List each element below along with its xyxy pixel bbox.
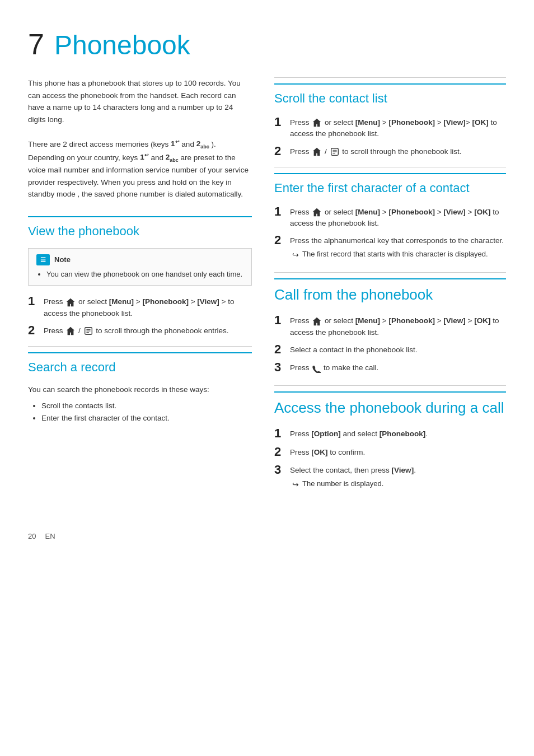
note-items: You can view the phonebook on one handse… <box>36 269 243 280</box>
access-call-title: Access the phonebook during a call <box>274 391 506 419</box>
step-item: 1 Press or select [Menu] > [Phonebook] >… <box>274 115 506 140</box>
intro-text: This phone has a phonebook that stores u… <box>28 77 252 200</box>
step-item: 2 Press [OK] to confirm. <box>274 445 506 459</box>
access-call-steps: 1 Press [Option] and select [Phonebook].… <box>274 427 506 491</box>
note-item: You can view the phonebook on one handse… <box>46 269 243 280</box>
enter-first-char-section: Enter the first character of a contact 1… <box>274 167 506 262</box>
page-title: 7 Phonebook <box>28 22 506 66</box>
right-column: Scroll the contact list 1 Press or selec… <box>274 77 506 497</box>
access-during-call-section: Access the phonebook during a call 1 Pre… <box>274 385 506 491</box>
call-phonebook-title: Call from the phonebook <box>274 278 506 306</box>
search-record-title: Search a record <box>28 352 252 376</box>
step-item: 3 Press to make the call. <box>274 361 506 374</box>
enter-first-char-steps: 1 Press or select [Menu] > [Phonebook] >… <box>274 205 506 262</box>
left-column: This phone has a phonebook that stores u… <box>28 77 252 497</box>
step-result: ↪ The number is displayed. <box>290 478 416 491</box>
call-from-phonebook-section: Call from the phonebook 1 Press or selec… <box>274 272 506 374</box>
scroll-contact-title: Scroll the contact list <box>274 83 506 108</box>
view-phonebook-steps: 1 Press or select [Menu] > [Phonebook] >… <box>28 295 252 337</box>
step-item: 1 Press or select [Menu] > [Phonebook] >… <box>274 205 506 230</box>
enter-first-char-title: Enter the first character of a contact <box>274 173 506 197</box>
search-bullets: Scroll the contacts list. Enter the firs… <box>28 400 252 424</box>
step-result: ↪ The first record that starts with this… <box>290 249 504 261</box>
page-lang: EN <box>45 531 55 542</box>
page-footer: 20 EN <box>28 531 506 542</box>
bullet-item: Scroll the contacts list. <box>41 400 252 412</box>
note-box: ☰ Note You can view the phonebook on one… <box>28 248 252 286</box>
step-item: 2 Press / to scroll through the phoneboo… <box>28 324 252 337</box>
view-phonebook-title: View the phonebook <box>28 216 252 240</box>
step-item: 1 Press or select [Menu] > [Phonebook] >… <box>274 314 506 338</box>
step-item: 3 Select the contact, then press [View].… <box>274 463 506 491</box>
note-icon: ☰ <box>36 254 50 265</box>
search-intro: You can search the phonebook records in … <box>28 384 252 395</box>
bullet-item: Enter the first character of the contact… <box>41 412 252 424</box>
view-phonebook-section: View the phonebook ☰ Note You can view t… <box>28 216 252 337</box>
scroll-contact-steps: 1 Press or select [Menu] > [Phonebook] >… <box>274 115 506 158</box>
search-record-section: Search a record You can search the phone… <box>28 346 252 424</box>
step-item: 2 Press the alphanumerical key that corr… <box>274 234 506 261</box>
page-container: 7 Phonebook This phone has a phonebook t… <box>28 22 506 542</box>
step-item: 1 Press [Option] and select [Phonebook]. <box>274 427 506 440</box>
step-item: 2 Press / to scroll through the phoneboo… <box>274 144 506 158</box>
scroll-contact-section: Scroll the contact list 1 Press or selec… <box>274 77 506 158</box>
call-phonebook-steps: 1 Press or select [Menu] > [Phonebook] >… <box>274 314 506 374</box>
note-label: Note <box>54 254 71 265</box>
page-number: 20 <box>28 531 36 542</box>
step-item: 2 Select a contact in the phonebook list… <box>274 343 506 356</box>
step-item: 1 Press or select [Menu] > [Phonebook] >… <box>28 295 252 319</box>
